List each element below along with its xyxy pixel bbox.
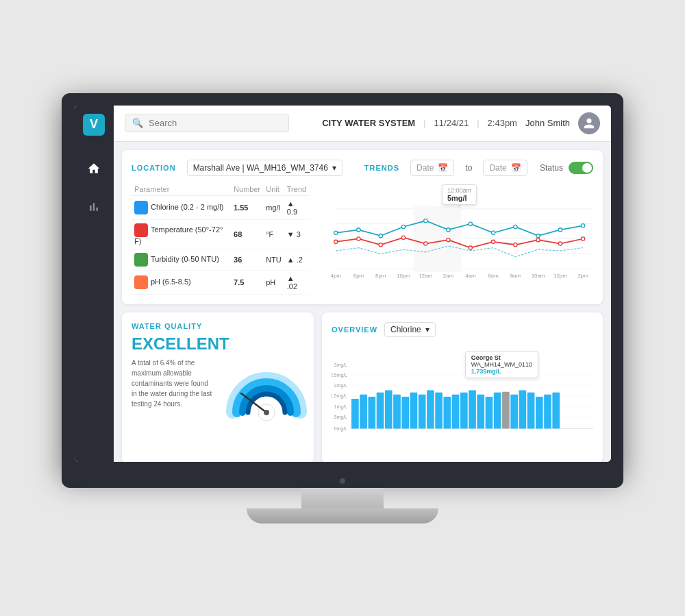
bar-item[interactable]	[410, 392, 418, 428]
separator-1: |	[423, 118, 425, 128]
param-unit-cell: °F	[263, 219, 284, 249]
date-to-value: Date	[489, 163, 506, 173]
date-to-input[interactable]: Date 📅	[483, 160, 527, 176]
bar-item[interactable]	[544, 394, 551, 428]
bar-item[interactable]	[494, 392, 501, 428]
bar-item[interactable]	[385, 390, 393, 428]
wq-rating: EXCELLENT	[132, 334, 304, 354]
svg-text:2mg/L: 2mg/L	[334, 383, 347, 389]
date-from-value: Date	[416, 163, 434, 173]
param-name-cell: pH (6.5-8.5)	[132, 270, 231, 294]
svg-point-26	[514, 243, 517, 246]
monitor-stand-neck	[301, 488, 384, 508]
location-select[interactable]: Marshall Ave | WA_MH16_WM_3746 ▾	[187, 160, 342, 176]
monitor-bezel-bottom	[62, 474, 623, 488]
bar-item[interactable]	[427, 390, 434, 428]
svg-point-18	[334, 240, 338, 243]
overview-selected: Chlorine	[390, 325, 421, 334]
svg-text:1.5mg/L: 1.5mg/L	[332, 393, 347, 399]
status-section: Status	[540, 162, 593, 174]
app-logo: V	[83, 114, 105, 136]
bar-item[interactable]	[469, 390, 476, 428]
bar-item[interactable]	[368, 396, 375, 428]
bar-tooltip-location: George St	[471, 354, 532, 361]
bar-item[interactable]	[536, 396, 543, 428]
bar-item[interactable]	[502, 391, 510, 428]
param-value-cell: 36	[231, 249, 263, 270]
sidebar-item-chart[interactable]	[82, 195, 106, 219]
svg-point-16	[558, 227, 562, 231]
svg-point-25	[491, 240, 495, 243]
search-box[interactable]: 🔍	[125, 114, 289, 132]
to-label: to	[465, 163, 472, 173]
svg-text:.5mg/L: .5mg/L	[333, 415, 347, 420]
top-card: LOCATION Marshall Ave | WA_MH16_WM_3746 …	[122, 150, 603, 304]
svg-text:10am: 10am	[532, 273, 545, 279]
time: 2:43pm	[488, 118, 517, 128]
monitor-stand-base	[247, 508, 438, 523]
bar-item[interactable]	[393, 394, 401, 428]
bar-item[interactable]	[477, 394, 484, 428]
bar-chart-area: George St WA_MH14_WM_0110 1.735mg/L 3mg/…	[332, 344, 593, 454]
calendar-to-icon: 📅	[511, 163, 521, 173]
svg-point-19	[357, 236, 360, 240]
wq-description: A total of 6.4% of the maximum allowable…	[132, 358, 212, 409]
bar-item[interactable]	[443, 396, 451, 428]
param-trend-cell: ▲ 0.9	[284, 195, 310, 219]
bar-item[interactable]	[452, 394, 460, 428]
overview-header: OVERVIEW Chlorine ▾	[332, 322, 593, 337]
system-name: CITY WATER SYSTEM	[322, 118, 415, 128]
bar-item[interactable]	[360, 394, 367, 428]
bar-item[interactable]	[527, 392, 535, 428]
svg-text:2.5mg/L: 2.5mg/L	[332, 372, 347, 378]
top-card-header: LOCATION Marshall Ave | WA_MH16_WM_3746 …	[132, 160, 593, 176]
line-chart-area: 12:00am 5mg/l	[318, 183, 593, 295]
bar-item[interactable]	[351, 399, 359, 428]
svg-text:3mg/L: 3mg/L	[334, 362, 347, 367]
sidebar-item-home[interactable]	[82, 156, 106, 181]
svg-point-12	[469, 222, 472, 225]
bar-item[interactable]	[486, 396, 493, 428]
param-trend-cell: ▲ .2	[284, 249, 310, 270]
param-unit-cell: mg/l	[263, 195, 284, 219]
param-name-cell: Turbidity (0-50 NTU)	[132, 249, 231, 270]
param-unit-cell: NTU	[263, 249, 284, 270]
status-toggle[interactable]	[569, 162, 593, 174]
dashboard: LOCATION Marshall Ave | WA_MH16_WM_3746 …	[114, 142, 611, 462]
screen-inner: V 🔍	[74, 106, 611, 462]
home-icon	[87, 162, 101, 175]
water-quality-card: WATER QUALITY EXCELLENT A total of 6.4% …	[122, 312, 314, 462]
svg-point-22	[424, 241, 427, 245]
param-value-cell: 7.5	[231, 270, 263, 294]
svg-text:0mg/L: 0mg/L	[334, 426, 347, 431]
topbar: 🔍 CITY WATER SYSTEM | 11/24/21 | 2:43pm …	[114, 106, 611, 142]
params-table: Parameter Number Unit Trend Chlo	[132, 183, 310, 295]
svg-text:6pm: 6pm	[353, 273, 364, 279]
col-parameter: Parameter	[132, 183, 231, 196]
user-avatar[interactable]	[578, 112, 600, 134]
overview-select[interactable]: Chlorine ▾	[384, 322, 436, 337]
svg-text:8pm: 8pm	[375, 273, 386, 279]
bar-item[interactable]	[419, 394, 426, 428]
col-number: Number	[231, 183, 263, 196]
svg-text:1mg/L: 1mg/L	[334, 404, 347, 409]
status-label: Status	[540, 163, 563, 173]
separator-2: |	[477, 118, 479, 128]
user-avatar-icon	[583, 117, 595, 130]
search-input[interactable]	[149, 118, 282, 128]
bar-item[interactable]	[460, 392, 468, 428]
svg-point-14	[514, 225, 517, 228]
topbar-right: CITY WATER SYSTEM | 11/24/21 | 2:43pm Jo…	[322, 112, 600, 134]
bar-item[interactable]	[519, 390, 527, 428]
svg-text:12pm: 12pm	[553, 273, 567, 279]
overview-card: OVERVIEW Chlorine ▾ George St WA_MH14_WM…	[322, 312, 603, 462]
monitor-dot	[340, 478, 345, 484]
bar-item[interactable]	[552, 392, 560, 428]
bar-item[interactable]	[401, 396, 409, 428]
date-from-input[interactable]: Date 📅	[410, 160, 454, 176]
bar-item[interactable]	[435, 392, 443, 428]
bar-item[interactable]	[377, 392, 384, 428]
bar-item[interactable]	[510, 394, 518, 428]
svg-point-20	[379, 243, 382, 246]
bottom-row: WATER QUALITY EXCELLENT A total of 6.4% …	[122, 312, 603, 462]
